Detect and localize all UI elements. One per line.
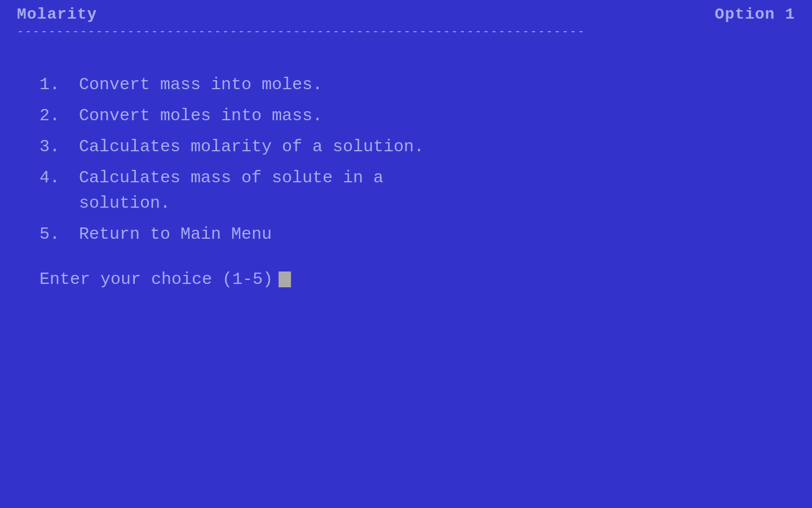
prompt-cursor[interactable] [279, 271, 291, 287]
prompt-line: Enter your choice (1-5) [17, 270, 795, 289]
menu-item-4-indent [39, 191, 68, 216]
menu-item-5-text: Return to Main Menu [79, 222, 272, 247]
prompt-text: Enter your choice (1-5) [39, 270, 273, 289]
menu-item-1-text: Convert mass into moles. [79, 72, 323, 98]
menu-item-1-number: 1. [39, 72, 68, 98]
menu-item-3-number: 3. [39, 134, 68, 160]
menu-item-4[interactable]: 4. Calculates mass of solute in a soluti… [39, 165, 795, 216]
menu-item-4-text-line1: Calculates mass of solute in a [79, 165, 383, 191]
menu-item-4-text-line2: solution. [79, 191, 170, 216]
screen: Molarity Option 1 ----------------------… [0, 0, 812, 508]
menu-item-3[interactable]: 3. Calculates molarity of a solution. [39, 134, 795, 160]
menu-item-2-text: Convert moles into mass. [79, 103, 323, 129]
menu-list: 1. Convert mass into moles. 2. Convert m… [17, 72, 795, 247]
menu-item-2-number: 2. [39, 103, 68, 129]
option-label: Option 1 [715, 6, 795, 23]
app-title: Molarity [17, 6, 97, 23]
divider-line: ----------------------------------------… [17, 25, 795, 38]
menu-item-2[interactable]: 2. Convert moles into mass. [39, 103, 795, 129]
menu-item-1[interactable]: 1. Convert mass into moles. [39, 72, 795, 98]
menu-item-5[interactable]: 5. Return to Main Menu [39, 222, 795, 247]
menu-item-3-text: Calculates molarity of a solution. [79, 134, 424, 160]
menu-item-5-number: 5. [39, 222, 68, 247]
menu-item-4-number: 4. [39, 165, 68, 191]
header-bar: Molarity Option 1 [17, 6, 795, 23]
